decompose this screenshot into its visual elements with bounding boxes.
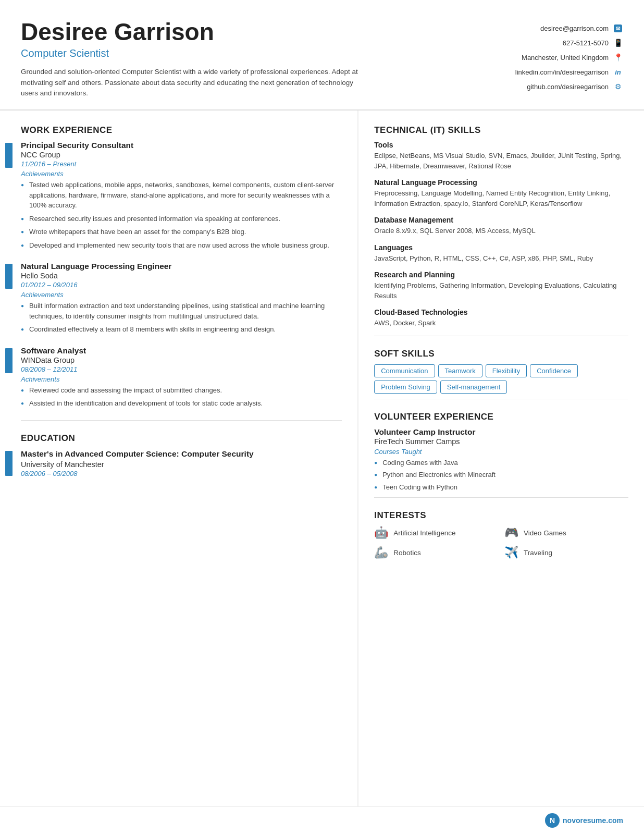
- location-icon: 📍: [613, 52, 623, 63]
- contact-linkedin: linkedin.com/in/desireegarrison in: [515, 67, 623, 77]
- vol-position: Volunteer Camp Instructor: [374, 427, 628, 437]
- interests-title: INTERESTS: [374, 510, 628, 521]
- skill-tools: Tools Eclipse, NetBeans, MS Visual Studi…: [374, 141, 628, 171]
- job-bullet-2-1: Built information extraction and text un…: [21, 301, 342, 321]
- phone-icon: 📱: [613, 38, 623, 48]
- candidate-name: Desiree Garrison: [21, 19, 370, 45]
- job-company-1: NCC Group: [21, 151, 342, 159]
- github-icon: ⚙: [613, 81, 623, 92]
- main-content: WORK EXPERIENCE Principal Security Consu…: [0, 111, 644, 806]
- job-dates-2: 01/2012 – 09/2016: [21, 281, 342, 289]
- footer-brand: N novoresume.com: [545, 813, 623, 828]
- skill-lang-title: Languages: [374, 243, 628, 252]
- job-bullets-2: Built information extraction and text un…: [21, 301, 342, 335]
- vol-subtitle: Courses Taught: [374, 448, 628, 456]
- contact-github: github.com/desireegarrison ⚙: [527, 81, 623, 92]
- skill-nlp-text: Preprocessing, Language Modelling, Named…: [374, 188, 628, 208]
- interest-0: 🤖 Artificial Intelligence: [374, 526, 498, 539]
- contact-linkedin-value: linkedin.com/in/desireegarrison: [515, 68, 609, 76]
- edu-dates: 08/2006 – 05/2008: [21, 470, 342, 477]
- interest-0-label: Artificial Intelligence: [393, 529, 455, 537]
- job-bullet-1-4: Developed and implemented new security t…: [21, 240, 342, 251]
- job-bullet-1-3: Wrote whitepapers that have been an asse…: [21, 227, 342, 237]
- job-title-3: Software Analyst: [21, 346, 342, 355]
- job-subtitle-1: Achievements: [21, 170, 342, 178]
- divider-interests: [374, 497, 628, 498]
- interests-grid: 🤖 Artificial Intelligence 🎮 Video Games …: [374, 526, 628, 559]
- header-right: desiree@garrison.com ✉ 627-5121-5070 📱 M…: [391, 19, 623, 99]
- job-block-1: Principal Security Consultant NCC Group …: [21, 141, 342, 250]
- interest-1: 🎮 Video Games: [504, 526, 628, 539]
- job-subtitle-3: Achivements: [21, 375, 342, 383]
- job-block-3: Software Analyst WINData Group 08/2008 –…: [21, 346, 342, 409]
- edu-school: University of Manchester: [21, 460, 342, 469]
- vol-course-2: Teen Coding with Python: [374, 482, 628, 493]
- technical-skills-title: TECHNICAL (IT) SKILLS: [374, 125, 628, 136]
- resume-page: Desiree Garrison Computer Scientist Grou…: [0, 0, 644, 834]
- job-bullets-1: Tested web applications, mobile apps, ne…: [21, 180, 342, 250]
- job-title-2: Natural Language Processing Engineer: [21, 262, 342, 271]
- skill-cloud-text: AWS, Docker, Spark: [374, 318, 628, 328]
- footer-logo: N: [545, 813, 560, 828]
- footer: N novoresume.com: [0, 806, 644, 834]
- job-company-3: WINData Group: [21, 356, 342, 364]
- skill-research: Research and Planning Identifying Proble…: [374, 271, 628, 301]
- vol-course-1: Python and Electronics with Minecraft: [374, 470, 628, 480]
- vol-course-0: Coding Games with Java: [374, 458, 628, 468]
- contact-location-value: Manchester, United Kingdom: [522, 54, 609, 62]
- job-bullets-3: Reviewed code and assessing the impact o…: [21, 385, 342, 409]
- travel-icon: ✈️: [504, 546, 518, 559]
- contact-email-value: desiree@garrison.com: [540, 24, 609, 32]
- skill-db-title: Database Management: [374, 216, 628, 224]
- job-bullet-1-2: Researched security issues and presented…: [21, 214, 342, 224]
- gaming-icon: 🎮: [504, 526, 518, 539]
- job-bullet-2-2: Coordinated effectively a team of 8 memb…: [21, 324, 342, 335]
- edu-degree: Master's in Advanced Computer Science: C…: [21, 449, 342, 459]
- candidate-title: Computer Scientist: [21, 47, 370, 59]
- ai-icon: 🤖: [374, 526, 388, 539]
- divider-edu: [21, 420, 342, 421]
- job-bullet-3-1: Reviewed code and assessing the impact o…: [21, 385, 342, 396]
- interest-2: 🦾 Robotics: [374, 546, 498, 559]
- skill-research-text: Identifying Problems, Gathering Informat…: [374, 280, 628, 301]
- footer-logo-letter: N: [550, 816, 555, 825]
- education-title: EDUCATION: [21, 433, 342, 444]
- email-icon: ✉: [613, 23, 623, 33]
- skill-db: Database Management Oracle 8.x/9.x, SQL …: [374, 216, 628, 236]
- skill-nlp-title: Natural Language Processing: [374, 178, 628, 187]
- interest-3-label: Traveling: [524, 549, 552, 557]
- header-left: Desiree Garrison Computer Scientist Grou…: [21, 19, 391, 99]
- contact-location: Manchester, United Kingdom 📍: [522, 52, 623, 63]
- soft-skill-5: Self-management: [440, 381, 507, 394]
- interest-1-label: Video Games: [524, 529, 566, 537]
- work-experience-title: WORK EXPERIENCE: [21, 125, 342, 136]
- contact-phone-value: 627-5121-5070: [563, 39, 609, 47]
- job-bullet-3-2: Assisted in the identification and devel…: [21, 398, 342, 409]
- skill-cloud: Cloud-Based Technologies AWS, Docker, Sp…: [374, 308, 628, 328]
- footer-brand-name: novoresume.com: [563, 816, 623, 825]
- skill-db-text: Oracle 8.x/9.x, SQL Server 2008, MS Acce…: [374, 226, 628, 236]
- skill-cloud-title: Cloud-Based Technologies: [374, 308, 628, 316]
- job-block-2: Natural Language Processing Engineer Hel…: [21, 262, 342, 335]
- left-column: WORK EXPERIENCE Principal Security Consu…: [0, 111, 358, 806]
- right-column: TECHNICAL (IT) SKILLS Tools Eclipse, Net…: [358, 111, 644, 806]
- volunteer-block: Volunteer Camp Instructor FireTech Summe…: [374, 427, 628, 493]
- skill-lang-text: JavaScript, Python, R, HTML, CSS, C++, C…: [374, 253, 628, 264]
- soft-skills-grid: Communication Teamwork Flexibility Confi…: [374, 364, 628, 394]
- vol-org: FireTech Summer Camps: [374, 437, 628, 446]
- contact-phone: 627-5121-5070 📱: [563, 38, 623, 48]
- interest-2-label: Robotics: [393, 549, 421, 557]
- job-bullet-1-1: Tested web applications, mobile apps, ne…: [21, 180, 342, 211]
- linkedin-icon: in: [613, 67, 623, 77]
- vol-courses: Coding Games with Java Python and Electr…: [374, 458, 628, 493]
- interest-3: ✈️ Traveling: [504, 546, 628, 559]
- job-dates-3: 08/2008 – 12/2011: [21, 365, 342, 373]
- job-title-1: Principal Security Consultant: [21, 141, 342, 150]
- soft-skill-4: Problem Solving: [374, 381, 437, 394]
- skill-nlp: Natural Language Processing Preprocessin…: [374, 178, 628, 208]
- contact-github-value: github.com/desireegarrison: [527, 83, 609, 91]
- education-block: Master's in Advanced Computer Science: C…: [21, 449, 342, 477]
- soft-skill-1: Teamwork: [438, 364, 482, 377]
- skill-tools-text: Eclipse, NetBeans, MS Visual Studio, SVN…: [374, 151, 628, 171]
- robotics-icon: 🦾: [374, 546, 388, 559]
